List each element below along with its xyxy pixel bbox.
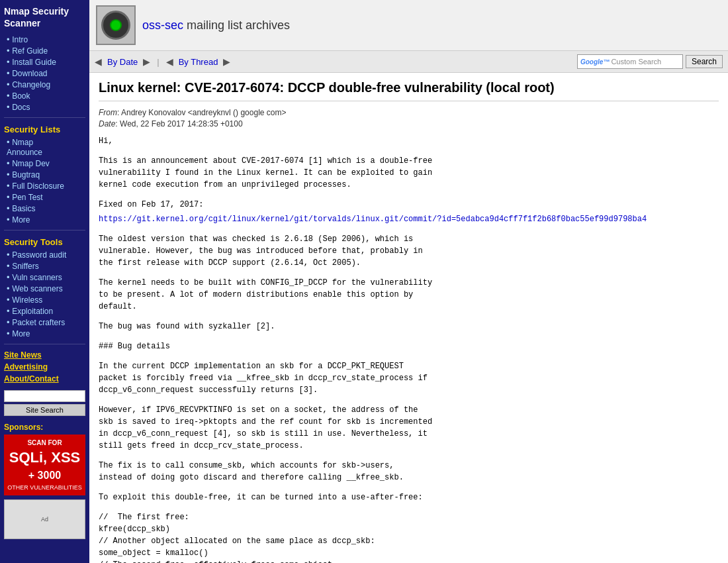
sidebar-item-vuln-scanners[interactable]: Vuln scanners [12, 273, 62, 282]
sidebar-item-nmap-announce[interactable]: NmapAnnounce [7, 138, 42, 157]
article-content: Linux kernel: CVE-2017-6074: DCCP double… [89, 73, 728, 563]
sidebar-item-wireless[interactable]: Wireless [12, 295, 42, 305]
sidebar: Nmap Security Scanner Intro Ref Guide In… [0, 0, 89, 563]
body-paragraph-2: The oldest version that was checked is 2… [99, 233, 719, 269]
header-description-text: mailing list archives [187, 19, 290, 32]
date-label: Date [99, 119, 115, 128]
advertising-link[interactable]: Advertising [4, 362, 48, 372]
security-tools-header: Security Tools [4, 237, 85, 247]
sidebar-item-packet-crafters[interactable]: Packet crafters [12, 318, 65, 327]
sidebar-item-install-guide[interactable]: Install Guide [12, 58, 56, 67]
sponsor-box[interactable]: SCAN FOR SQLi, XSS + 3000 OTHER VULNERAB… [4, 435, 85, 495]
by-date-prev-arrow[interactable]: ◀ [95, 56, 102, 67]
security-lists-header: Security Lists [4, 125, 85, 134]
sidebar-item-exploitation[interactable]: Exploitation [12, 307, 53, 316]
sidebar-item-web-scanners[interactable]: Web scanners [12, 284, 62, 293]
header-title: oss-sec mailing list archives [142, 19, 290, 32]
about-contact-link[interactable]: About/Contact [4, 374, 59, 384]
body-greeting: Hi, [99, 135, 719, 147]
sponsor-vulns: OTHER VULNERABILITIES [7, 484, 83, 492]
meta-from: From: Andrey Konovalov <andreyknvl () go… [99, 108, 719, 117]
by-date-next-arrow[interactable]: ▶ [143, 56, 150, 67]
logo-eye [110, 19, 122, 31]
header-banner: oss-sec mailing list archives [89, 0, 728, 51]
sidebar-item-full-disclosure[interactable]: Full Disclosure [12, 181, 64, 191]
meta-date: Date: Wed, 22 Feb 2017 14:28:35 +0100 [99, 119, 719, 128]
search-area: Google™ Custom Search Search [577, 54, 723, 69]
site-search-button[interactable]: Site Search [4, 404, 85, 416]
sidebar-item-basics[interactable]: Basics [12, 204, 35, 213]
by-thread-link[interactable]: By Thread [179, 57, 218, 67]
logo-circle [101, 11, 130, 40]
site-logo [96, 5, 136, 45]
body-paragraph-4: The bug was found with syzkaller [2]. [99, 321, 719, 333]
body-bug-header: ### Bug details [99, 340, 719, 352]
header-site-link[interactable]: oss-sec [142, 19, 183, 32]
sidebar-item-intro[interactable]: Intro [12, 35, 28, 44]
sidebar-item-more-tools[interactable]: More [12, 329, 30, 338]
sidebar-search-area: Site Search [4, 390, 85, 416]
nav-bar: ◀ By Date ▶ | ◀ By Thread ▶ Google™ Cust… [89, 51, 728, 73]
sidebar-item-changelog[interactable]: Changelog [12, 80, 50, 89]
body-paragraph-7: The fix is to call consume_skb, which ac… [99, 460, 719, 484]
sponsor-scan-for: SCAN FOR [7, 438, 83, 448]
sponsor-product: SQLi, XSS [7, 448, 83, 468]
sidebar-item-docs[interactable]: Docs [12, 103, 30, 112]
by-thread-next-arrow[interactable]: ▶ [223, 56, 230, 67]
by-thread-prev-arrow[interactable]: ◀ [166, 56, 173, 67]
sidebar-item-password-audit[interactable]: Password audit [12, 250, 66, 260]
body-link-container: https://git.kernel.org/cgit/linux/kernel… [99, 213, 719, 225]
site-title: Nmap Security Scanner [4, 5, 85, 29]
sidebar-item-sniffers[interactable]: Sniffers [12, 262, 38, 271]
sidebar-item-more-security[interactable]: More [12, 215, 30, 225]
article-title: Linux kernel: CVE-2017-6074: DCCP double… [99, 79, 719, 101]
body-paragraph-6: However, if IPV6_RECVPKTINFO is set on a… [99, 404, 719, 452]
nav-separator: | [157, 57, 159, 67]
sidebar-item-nmap-dev[interactable]: Nmap Dev [12, 159, 50, 168]
body-paragraph-3: The kernel needs to be built with CONFIG… [99, 277, 719, 313]
google-search-box: Google™ Custom Search [577, 54, 683, 69]
sponsor-ad-banner[interactable]: Ad [4, 499, 85, 539]
sidebar-item-ref-guide[interactable]: Ref Guide [12, 46, 48, 56]
commit-link[interactable]: https://git.kernel.org/cgit/linux/kernel… [99, 215, 647, 224]
sponsors-label: Sponsors: [4, 423, 85, 432]
date-value: Wed, 22 Feb 2017 14:28:35 +0100 [120, 119, 243, 128]
custom-search-label: Custom Search [611, 58, 661, 66]
sponsor-plus: + 3000 [7, 468, 83, 483]
main-content: oss-sec mailing list archives ◀ By Date … [89, 0, 728, 563]
from-label: From [99, 108, 117, 117]
from-value: Andrey Konovalov <andreyknvl () google c… [121, 108, 286, 117]
body-code-block: // The first free: kfree(dccp_skb) // An… [99, 511, 719, 563]
body-paragraph-1: This is an announcement about CVE-2017-6… [99, 155, 719, 191]
body-fixed-label: Fixed on Feb 17, 2017: [99, 199, 719, 211]
body-paragraph-8: To exploit this double-free, it can be t… [99, 491, 719, 503]
google-logo: Google™ [580, 58, 610, 66]
sidebar-item-book[interactable]: Book [12, 91, 30, 101]
sidebar-item-pen-test[interactable]: Pen Test [12, 193, 42, 202]
body-paragraph-5: In the current DCCP implementation an sk… [99, 360, 719, 396]
site-search-input[interactable] [4, 390, 85, 402]
sidebar-item-bugtraq[interactable]: Bugtraq [12, 170, 40, 179]
article-body: Hi, This is an announcement about CVE-20… [99, 135, 719, 563]
sidebar-item-download[interactable]: Download [12, 69, 47, 78]
search-button[interactable]: Search [686, 55, 723, 68]
by-date-link[interactable]: By Date [107, 57, 138, 67]
site-news-link[interactable]: Site News [4, 350, 42, 360]
